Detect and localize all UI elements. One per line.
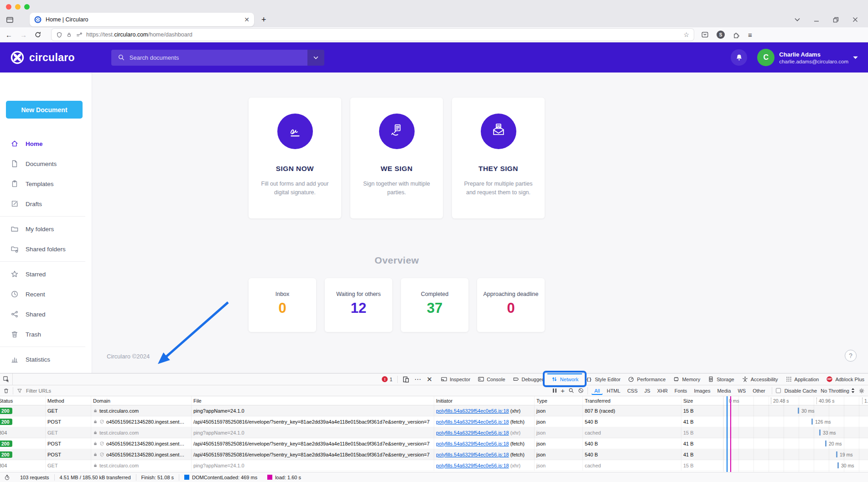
minimize-icon[interactable] (814, 17, 819, 22)
sidebar-item[interactable]: Home (0, 134, 92, 154)
initiator-link[interactable]: polyfills.54a6329f54ec0e56.js:18 (436, 463, 509, 468)
column-status[interactable]: Status (0, 396, 46, 405)
new-document-button[interactable]: New Document (6, 101, 83, 119)
extension-s-icon[interactable]: S (717, 31, 725, 39)
add-request-icon[interactable]: + (561, 387, 565, 394)
initiator-link[interactable]: polyfills.54a6329f54ec0e56.js:18 (436, 452, 509, 457)
devtools-tab[interactable]: Inspector (437, 373, 474, 385)
column-transferred[interactable]: Transferred (583, 396, 681, 405)
stat-card[interactable]: Approaching deadline 0 (477, 278, 545, 332)
firefox-view-icon[interactable] (5, 16, 14, 24)
network-settings-gear-icon[interactable] (858, 388, 865, 394)
initiator-link[interactable]: polyfills.54a6329f54ec0e56.js:18 (436, 430, 509, 435)
sidebar-item[interactable]: Trash (0, 324, 92, 344)
sidebar-item[interactable]: Recent (0, 284, 92, 304)
request-row[interactable]: 304 GET test.circularo.com ping?appName=… (0, 460, 868, 471)
notifications-bell-icon[interactable] (731, 49, 747, 66)
stat-card[interactable]: Completed 37 (401, 278, 468, 332)
sidebar-item[interactable]: Starred (0, 264, 92, 284)
column-method[interactable]: Method (46, 396, 91, 405)
request-row[interactable]: 304 GET test.circularo.com ping?appName=… (0, 427, 868, 438)
filter-urls-input[interactable] (26, 388, 549, 394)
sidebar-item[interactable]: Shared folders (0, 239, 92, 259)
devtools-tab[interactable]: Debugger (509, 373, 547, 385)
error-count-badge[interactable]: !1 (382, 376, 392, 382)
sidebar-item[interactable]: My folders (0, 219, 92, 239)
filter-pill[interactable]: XHR (655, 387, 670, 395)
circularo-logo[interactable]: circularo (10, 50, 75, 65)
devtools-tab[interactable]: Memory (669, 373, 704, 385)
forward-icon[interactable]: → (20, 31, 27, 39)
search-requests-icon[interactable] (568, 388, 574, 394)
clear-requests-icon[interactable] (3, 388, 9, 394)
column-domain[interactable]: Domain (91, 396, 192, 405)
initiator-link[interactable]: polyfills.54a6329f54ec0e56.js:18 (436, 441, 509, 446)
browser-tab[interactable]: Home | Circularo ✕ (30, 13, 254, 26)
new-tab-button[interactable]: + (261, 15, 266, 25)
filter-pill[interactable]: All (592, 387, 603, 395)
devtools-tab[interactable]: Accessibility (738, 373, 782, 385)
block-requests-icon[interactable] (578, 388, 584, 394)
request-row[interactable]: 200 POST o4505159621345280.ingest.sent… … (0, 438, 868, 449)
throttling-select[interactable]: No Throttling (821, 388, 855, 394)
filter-pill[interactable]: JS (642, 387, 653, 395)
extensions-puzzle-icon[interactable] (733, 31, 740, 39)
filter-pill[interactable]: Fonts (672, 387, 690, 395)
bookmark-star-icon[interactable]: ☆ (683, 31, 689, 38)
filter-pill[interactable]: CSS (624, 387, 640, 395)
filter-pill[interactable]: WS (735, 387, 748, 395)
action-card[interactable]: WE SIGN Sign together with multiple part… (350, 98, 443, 218)
filter-pill[interactable]: Media (714, 387, 733, 395)
column-initiator[interactable]: Initiator (434, 396, 535, 405)
stat-card[interactable]: Inbox 0 (249, 278, 316, 332)
sidebar-item[interactable]: Documents (0, 154, 92, 174)
pause-log-icon[interactable] (552, 388, 557, 393)
devtools-tab[interactable]: Console (474, 373, 509, 385)
tab-list-chevron-icon[interactable] (795, 18, 800, 21)
minimize-window-light[interactable] (15, 4, 21, 10)
pocket-icon[interactable] (701, 31, 709, 38)
stat-card[interactable]: Waiting for others 12 (325, 278, 392, 332)
search-bar[interactable] (111, 50, 324, 66)
close-window-light[interactable] (6, 4, 11, 10)
tab-close-icon[interactable]: ✕ (244, 16, 249, 23)
action-card[interactable]: SIGN NOW Fill out forms and add your dig… (249, 98, 341, 218)
action-card[interactable]: THEY SIGN Prepare for multiple parties a… (452, 98, 545, 218)
devtools-close-icon[interactable]: ✕ (426, 375, 432, 384)
zoom-window-light[interactable] (24, 4, 30, 10)
back-icon[interactable]: ← (5, 31, 12, 39)
devtools-tab[interactable]: Style Editor (582, 373, 624, 385)
tracking-shield-icon[interactable] (56, 31, 62, 38)
lock-icon[interactable] (66, 31, 72, 38)
reload-icon[interactable] (35, 31, 41, 38)
request-row[interactable]: 200 POST o4505159621345280.ingest.sent… … (0, 449, 868, 460)
disable-cache-checkbox[interactable] (776, 388, 781, 393)
filter-pill[interactable]: Other (750, 387, 768, 395)
initiator-link[interactable]: polyfills.54a6329f54ec0e56.js:18 (436, 408, 509, 414)
sidebar-item[interactable]: Drafts (0, 194, 92, 214)
disable-cache-label[interactable]: Disable Cache (785, 388, 817, 394)
devtools-tab[interactable]: Storage (704, 373, 738, 385)
menu-hamburger-icon[interactable]: ≡ (748, 31, 752, 39)
url-bar[interactable]: https://test.circularo.com/home/dashboar… (52, 29, 694, 41)
sidebar-item[interactable]: Statistics (0, 349, 92, 369)
filter-pill[interactable]: Images (691, 387, 713, 395)
devtools-tab[interactable]: Network (547, 373, 582, 385)
devtools-tab[interactable]: Application (782, 373, 823, 385)
search-options-chevron-icon[interactable] (307, 50, 324, 66)
har-stopwatch-icon[interactable] (3, 474, 15, 481)
search-input[interactable] (130, 54, 307, 61)
column-type[interactable]: Type (535, 396, 583, 405)
restore-icon[interactable] (833, 17, 839, 23)
help-button[interactable]: ? (845, 350, 857, 362)
devtools-tab[interactable]: Performance (624, 373, 669, 385)
responsive-design-icon[interactable] (403, 376, 409, 383)
column-size[interactable]: Size (681, 396, 723, 405)
devtools-menu-icon[interactable]: ⋯ (414, 375, 421, 384)
user-menu[interactable]: C Charlie Adams charlie.adams@circularo.… (757, 49, 858, 66)
devtools-tab[interactable]: Adblock Plus (822, 373, 868, 385)
sidebar-item[interactable]: Templates (0, 174, 92, 194)
close-icon[interactable] (852, 17, 858, 22)
request-row[interactable]: 200 GET test.circularo.com ping?appName=… (0, 405, 868, 416)
filter-pill[interactable]: HTML (604, 387, 623, 395)
